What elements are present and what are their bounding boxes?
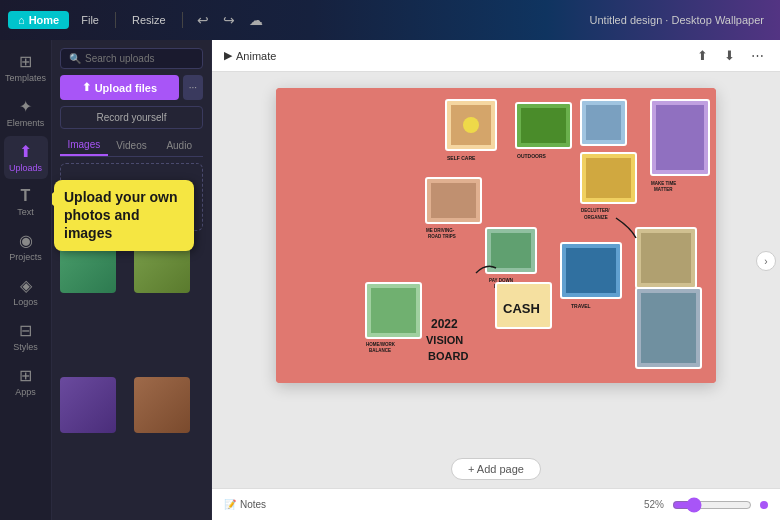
upload-files-button[interactable]: ⬆ Upload files	[60, 75, 179, 100]
sidebar-item-uploads[interactable]: ⬆ Uploads	[4, 136, 48, 179]
sidebar-item-text[interactable]: T Text	[4, 181, 48, 223]
image-thumbnail[interactable]	[134, 377, 190, 433]
sidebar-item-elements[interactable]: ✦ Elements	[4, 91, 48, 134]
bottom-bar: 📝 Notes 52%	[212, 488, 780, 520]
home-label: Home	[29, 14, 60, 26]
sidebar-item-logos[interactable]: ◈ Logos	[4, 270, 48, 313]
logos-icon: ◈	[20, 276, 32, 295]
apps-icon: ⊞	[19, 366, 32, 385]
notes-button[interactable]: 📝 Notes	[224, 499, 266, 510]
nav-separator-2	[182, 12, 183, 28]
image-thumbnail[interactable]	[60, 377, 116, 433]
record-yourself-button[interactable]: Record yourself	[60, 106, 203, 129]
media-tabs: Images Videos Audio	[60, 135, 203, 157]
download-icon[interactable]: ⬇	[720, 46, 739, 65]
notes-label: Notes	[240, 499, 266, 510]
resize-button[interactable]: Resize	[126, 12, 172, 28]
redo-button[interactable]: ↪	[219, 10, 239, 30]
zoom-slider[interactable]	[672, 497, 752, 513]
vision-board-svg: SELF CARE OUTDOORS DECLUTTER/ ORGANIZE	[276, 88, 716, 383]
upload-more-button[interactable]: ···	[183, 75, 203, 100]
uploads-icon: ⬆	[19, 142, 32, 161]
tooltip-text: Upload your own photos and images	[64, 189, 178, 241]
icon-rail: ⊞ Templates ✦ Elements ⬆ Uploads T Text …	[0, 40, 52, 520]
animate-button[interactable]: ▶ Animate	[224, 49, 276, 62]
svg-text:TRAVEL: TRAVEL	[571, 303, 591, 309]
more-options-icon[interactable]: ⋯	[747, 46, 768, 65]
tooltip-bubble: Upload your own photos and images	[54, 180, 194, 251]
logos-label: Logos	[13, 297, 38, 307]
sidebar-item-projects[interactable]: ◉ Projects	[4, 225, 48, 268]
svg-rect-9	[586, 105, 621, 140]
svg-text:HOME/WORK: HOME/WORK	[366, 342, 396, 347]
add-page-row: + Add page	[212, 450, 780, 488]
canvas-scroll-area[interactable]: SELF CARE OUTDOORS DECLUTTER/ ORGANIZE	[212, 72, 780, 450]
elements-label: Elements	[7, 118, 45, 128]
projects-icon: ◉	[19, 231, 33, 250]
apps-label: Apps	[15, 387, 36, 397]
svg-rect-15	[656, 105, 704, 170]
canvas-toolbar: ▶ Animate ⬆ ⬇ ⋯	[212, 40, 780, 72]
svg-point-3	[463, 117, 479, 133]
cloud-save-icon[interactable]: ☁	[245, 10, 267, 30]
svg-rect-11	[586, 158, 631, 198]
svg-rect-23	[491, 233, 531, 268]
svg-rect-42	[641, 293, 696, 363]
zoom-level: 52%	[644, 499, 664, 510]
add-page-button[interactable]: + Add page	[451, 458, 541, 480]
svg-rect-19	[431, 183, 476, 218]
tab-audio[interactable]: Audio	[155, 135, 203, 156]
tab-videos[interactable]: Videos	[108, 135, 156, 156]
nav-separator	[115, 12, 116, 28]
text-label: Text	[17, 207, 34, 217]
home-button[interactable]: ⌂ Home	[8, 11, 69, 29]
uploaded-images-grid	[60, 237, 203, 512]
styles-label: Styles	[13, 342, 38, 352]
animate-label: Animate	[236, 50, 276, 62]
svg-text:MAKE TIME: MAKE TIME	[651, 181, 676, 186]
animate-icon: ▶	[224, 49, 232, 62]
upload-btn-label: Upload files	[95, 82, 157, 94]
templates-label: Templates	[5, 73, 46, 83]
svg-rect-39	[641, 233, 691, 283]
tab-images[interactable]: Images	[60, 135, 108, 156]
svg-rect-27	[371, 288, 416, 333]
sidebar-item-apps[interactable]: ⊞ Apps	[4, 360, 48, 403]
svg-text:BOARD: BOARD	[428, 350, 468, 362]
svg-text:ORGANIZE: ORGANIZE	[584, 215, 608, 220]
canvas-toolbar-actions: ⬆ ⬇ ⋯	[693, 46, 768, 65]
svg-text:ME DRIVING-: ME DRIVING-	[426, 228, 455, 233]
text-icon: T	[21, 187, 31, 205]
upload-icon: ⬆	[82, 81, 91, 94]
svg-text:BALANCE: BALANCE	[369, 348, 391, 353]
canvas-scroll-right-button[interactable]: ›	[756, 251, 776, 271]
side-panel: 🔍 ⬆ Upload files ··· Record yourself Ima…	[52, 40, 212, 520]
share-icon[interactable]: ⬆	[693, 46, 712, 65]
tooltip-arrow	[52, 192, 54, 206]
zoom-dot	[760, 501, 768, 509]
undo-button[interactable]: ↩	[193, 10, 213, 30]
zoom-controls: 52%	[644, 497, 768, 513]
svg-text:DECLUTTER/: DECLUTTER/	[581, 208, 610, 213]
file-menu[interactable]: File	[75, 12, 105, 28]
top-navigation: ⌂ Home File Resize ↩ ↪ ☁ Untitled design…	[0, 0, 780, 40]
search-input[interactable]	[85, 53, 194, 64]
home-icon: ⌂	[18, 14, 25, 26]
svg-rect-6	[521, 108, 566, 143]
svg-text:SELF CARE: SELF CARE	[447, 155, 476, 161]
projects-label: Projects	[9, 252, 42, 262]
canvas-area: ▶ Animate ⬆ ⬇ ⋯	[212, 40, 780, 520]
search-icon: 🔍	[69, 53, 81, 64]
main-layout: ⊞ Templates ✦ Elements ⬆ Uploads T Text …	[0, 40, 780, 520]
svg-text:OUTDOORS: OUTDOORS	[517, 153, 547, 159]
search-box[interactable]: 🔍	[60, 48, 203, 69]
vision-board: SELF CARE OUTDOORS DECLUTTER/ ORGANIZE	[276, 88, 716, 383]
svg-text:CASH: CASH	[503, 301, 540, 316]
templates-icon: ⊞	[19, 52, 32, 71]
document-title: Untitled design · Desktop Wallpaper	[590, 14, 764, 26]
sidebar-item-styles[interactable]: ⊟ Styles	[4, 315, 48, 358]
sidebar-item-templates[interactable]: ⊞ Templates	[4, 46, 48, 89]
upload-row: ⬆ Upload files ···	[60, 75, 203, 100]
svg-text:MATTER: MATTER	[654, 187, 673, 192]
notes-icon: 📝	[224, 499, 236, 510]
